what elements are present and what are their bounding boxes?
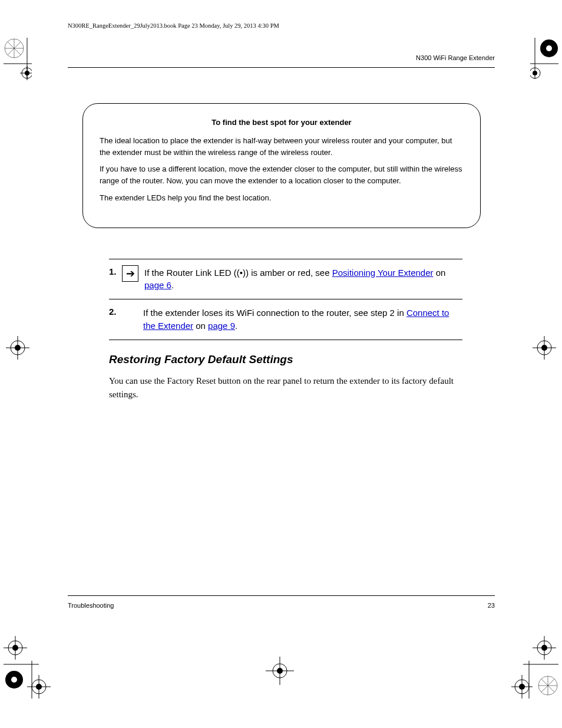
step-number: 1.	[109, 266, 122, 276]
svg-point-10	[25, 71, 29, 75]
led-symbol: ((•))	[234, 268, 249, 278]
step-text: If the extender loses its WiFi connectio…	[143, 307, 462, 332]
svg-point-44	[541, 645, 547, 651]
svg-point-28	[12, 645, 18, 651]
crop-mark-icon	[4, 38, 32, 108]
crop-mark-icon	[4, 330, 32, 365]
svg-point-16	[546, 45, 552, 51]
step-text-fragment: .	[171, 280, 174, 290]
svg-point-40	[277, 668, 283, 674]
running-head: N300 WiFi Range Extender	[68, 54, 495, 67]
step-list: 1. ➔ If the Router Link LED ((•)) is amb…	[109, 259, 495, 340]
crop-mark-icon	[511, 634, 558, 704]
section-heading: Restoring Factory Default Settings	[109, 353, 495, 366]
svg-point-31	[11, 677, 17, 683]
svg-point-36	[36, 684, 42, 690]
tip-box-body: The ideal location to place the extender…	[100, 135, 464, 204]
page-footer: Troubleshooting 23	[68, 595, 495, 609]
footer-section: Troubleshooting	[68, 602, 114, 609]
crop-mark-icon	[530, 330, 558, 365]
step-text-fragment: If the extender loses its WiFi connectio…	[143, 308, 406, 318]
step-item: 2. If the extender loses its WiFi connec…	[109, 299, 462, 340]
svg-point-24	[541, 345, 547, 351]
rule-top	[68, 67, 495, 68]
step-text-fragment: on	[193, 321, 208, 331]
step-text-fragment: If the Router Link LED	[144, 268, 234, 278]
svg-point-50	[519, 684, 525, 690]
tip-paragraph: The extender LEDs help you find the best…	[100, 192, 464, 204]
footer-page-number: 23	[488, 602, 495, 609]
tip-paragraph: The ideal location to place the extender…	[100, 135, 464, 159]
step-item: 1. ➔ If the Router Link LED ((•)) is amb…	[109, 259, 462, 299]
svg-point-14	[533, 71, 537, 75]
crop-mark-icon	[4, 634, 51, 704]
step-number: 2.	[109, 307, 122, 317]
svg-point-20	[15, 345, 21, 351]
tip-paragraph: If you have to use a different location,…	[100, 163, 464, 187]
step-text-fragment: on	[434, 268, 446, 278]
body-paragraph: You can use the Factory Reset button on …	[109, 374, 459, 402]
step-text-fragment: is amber or red, see	[249, 268, 332, 278]
xref-page-link[interactable]: page 9	[208, 321, 235, 331]
rule-bottom	[68, 595, 495, 596]
step-text: If the Router Link LED ((•)) is amber or…	[144, 266, 462, 292]
crop-mark-icon	[262, 653, 297, 689]
crop-mark-icon	[530, 38, 558, 108]
step-separator	[109, 340, 462, 340]
tip-box: To find the best spot for your extender …	[82, 103, 481, 228]
framemaker-header: N300RE_RangeExtender_29July2013.book Pag…	[68, 22, 495, 29]
xref-link[interactable]: Positioning Your Extender	[332, 268, 434, 278]
step-text-fragment: .	[235, 321, 237, 331]
tip-box-title: To find the best spot for your extender	[100, 118, 464, 127]
arrow-right-icon: ➔	[122, 265, 138, 282]
xref-page-link[interactable]: page 6	[144, 280, 171, 290]
page-content: N300 WiFi Range Extender To find the bes…	[68, 54, 495, 401]
